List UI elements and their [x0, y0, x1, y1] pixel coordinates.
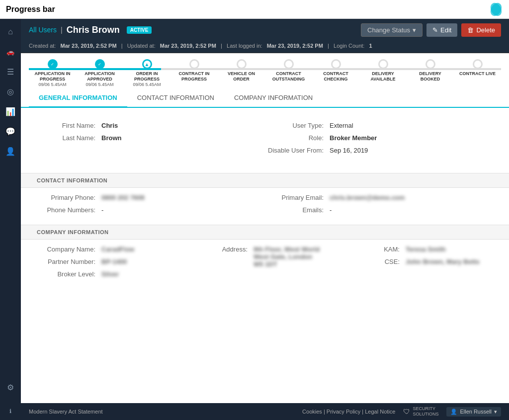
partner-number-row: Partner Number: BP-1400 [37, 258, 189, 265]
contact-info-section-header: CONTACT INFORMATION [21, 173, 509, 188]
contact-info-left: Primary Phone: 0800 202 7608 Phone Numbe… [37, 194, 265, 219]
phone-numbers-label: Phone Numbers: [37, 206, 101, 214]
step-circle-5 [237, 59, 247, 69]
sidebar-item-vehicles[interactable]: 🚗 [1, 43, 19, 61]
status-badge: ACTIVE [127, 26, 152, 34]
header-left: All Users | Chris Brown ACTIVE [29, 25, 152, 35]
user-type-label: User Type: [265, 122, 330, 129]
step-circle-1: ✓ [48, 59, 58, 69]
company-info-left: Company Name: CaradFlow Partner Number: … [37, 246, 189, 283]
sidebar-item-messages[interactable]: 💬 [1, 122, 19, 140]
role-row: Role: Broker Member [265, 134, 493, 142]
step-label-5: VEHICLE ON ORDER [222, 71, 261, 82]
first-name-label: First Name: [37, 122, 101, 129]
broker-level-value: Silver [101, 270, 119, 278]
step-contract-in-progress: CONTRACT IN PROGRESS [170, 59, 218, 87]
footer-right: Cookies | Privacy Policy | Legal Notice … [302, 406, 501, 417]
sidebar-item-settings[interactable]: ⚙ [1, 378, 19, 396]
user-avatar-icon: 👤 [450, 409, 457, 415]
general-info-left: First Name: Chris Last Name: Brown [37, 122, 265, 159]
first-name-row: First Name: Chris [37, 122, 265, 129]
chevron-down-icon: ▾ [494, 409, 497, 415]
top-label: Progress bar [0, 0, 509, 19]
user-type-row: User Type: External [265, 122, 493, 129]
progress-area: ✓ APPLICATION IN PROGRESS09/06 5.45AM ✓ … [21, 53, 509, 89]
emails-row: Emails: - [265, 206, 493, 214]
tab-contact-information[interactable]: CONTACT INFORMATION [127, 89, 224, 108]
company-info-section-header: COMPANY INFORMATION [21, 225, 509, 240]
sidebar-item-list[interactable]: ☰ [1, 63, 19, 81]
updated-label: Updated at: [127, 43, 156, 49]
primary-phone-value: 0800 202 7608 [101, 194, 145, 201]
edit-button[interactable]: ✎ Edit [426, 23, 457, 37]
delete-button[interactable]: 🗑 Delete [461, 23, 501, 37]
emails-value: - [330, 206, 332, 214]
sidebar-item-target[interactable]: ◎ [1, 83, 19, 100]
kam-label: KAM: [341, 246, 406, 253]
tabs: GENERAL INFORMATION CONTACT INFORMATION … [21, 89, 509, 108]
general-info-right: User Type: External Role: Broker Member … [265, 122, 493, 159]
header-bar: All Users | Chris Brown ACTIVE Change St… [21, 19, 509, 41]
tab-company-information[interactable]: COMPANY INFORMATION [224, 89, 323, 108]
breadcrumb-all-users[interactable]: All Users [29, 26, 57, 34]
footer: Modern Slavery Act Statement Cookies | P… [21, 403, 509, 420]
sidebar-item-home[interactable]: ⌂ [1, 23, 19, 41]
content-area: All Users | Chris Brown ACTIVE Change St… [21, 19, 509, 420]
tab-general-information[interactable]: GENERAL INFORMATION [29, 89, 127, 108]
last-name-row: Last Name: Brown [37, 134, 265, 142]
main-content: First Name: Chris Last Name: Brown User … [21, 108, 509, 403]
phone-numbers-value: - [101, 206, 103, 214]
cse-row: CSE: John Brown, Mary Betts [341, 258, 493, 265]
address-line3: W5 1DT [254, 260, 320, 268]
security-label: SECURITYSOLUTIONS [413, 406, 438, 417]
company-name-row: Company Name: CaradFlow [37, 246, 189, 253]
step-label-2: APPLICATION APPROVED09/06 5.45AM [80, 71, 120, 87]
sidebar-item-info[interactable]: ℹ [1, 402, 19, 420]
change-status-button[interactable]: Change Status ▾ [361, 23, 423, 37]
sidebar-item-chart[interactable]: 📊 [1, 102, 19, 120]
login-count-value: 1 [369, 43, 372, 49]
footer-left[interactable]: Modern Slavery Act Statement [29, 409, 103, 415]
address-line2: West Gate, London [254, 253, 320, 260]
trash-icon: 🗑 [467, 26, 474, 34]
step-circle-6 [284, 59, 294, 69]
last-name-label: Last Name: [37, 134, 101, 142]
kam-value: Teresa Smith [406, 246, 446, 253]
header-right: Change Status ▾ ✎ Edit 🗑 Delete [361, 23, 501, 37]
header-user-name: Chris Brown [67, 25, 120, 35]
footer-links[interactable]: Cookies | Privacy Policy | Legal Notice [302, 409, 395, 415]
security-badge: 🛡 SECURITYSOLUTIONS [403, 406, 438, 417]
primary-email-row: Primary Email: chris.brown@demo.com [265, 194, 493, 201]
company-info-middle: Address: 9th Floor, West World West Gate… [189, 246, 341, 283]
broker-level-row: Broker Level: Silver [37, 270, 189, 278]
role-label: Role: [265, 134, 330, 142]
emails-label: Emails: [265, 206, 330, 214]
change-status-label: Change Status [367, 26, 410, 34]
address-line1: 9th Floor, West World [254, 246, 320, 253]
address-row: Address: 9th Floor, West World West Gate… [189, 246, 341, 268]
company-info-right: KAM: Teresa Smith CSE: John Brown, Mary … [341, 246, 493, 283]
role-value: Broker Member [330, 134, 377, 142]
user-badge[interactable]: 👤 Ellen Russell ▾ [446, 407, 501, 417]
step-circle-8 [378, 59, 388, 69]
step-label-10: CONTRACT LIVE [459, 71, 496, 77]
step-order-in-progress: ORDER IN PROGRESS09/06 5.45AM [123, 59, 170, 87]
step-label-4: CONTRACT IN PROGRESS [174, 71, 214, 82]
step-application-approved: ✓ APPLICATION APPROVED09/06 5.45AM [76, 59, 123, 87]
created-value: Mar 23, 2019, 2:52 PM [60, 43, 116, 49]
last-logged-label: Last logged in: [227, 43, 262, 49]
updated-value: Mar 23, 2019, 2:52 PM [160, 43, 216, 49]
phone-numbers-row: Phone Numbers: - [37, 206, 265, 214]
first-name-value: Chris [101, 122, 118, 129]
contact-info-grid: Primary Phone: 0800 202 7608 Phone Numbe… [29, 188, 501, 225]
cse-label: CSE: [341, 258, 406, 265]
sidebar-item-users[interactable]: 👤 [1, 142, 19, 160]
created-label: Created at: [29, 43, 56, 49]
step-contract-live: CONTRACT LIVE [454, 59, 501, 87]
step-circle-4 [189, 59, 199, 69]
last-logged-value: Mar 23, 2019, 2:52 PM [267, 43, 323, 49]
step-circle-9 [425, 59, 435, 69]
primary-phone-row: Primary Phone: 0800 202 7608 [37, 194, 265, 201]
step-label-7: CONTRACT CHECKING [316, 71, 356, 82]
broker-level-label: Broker Level: [37, 270, 101, 278]
